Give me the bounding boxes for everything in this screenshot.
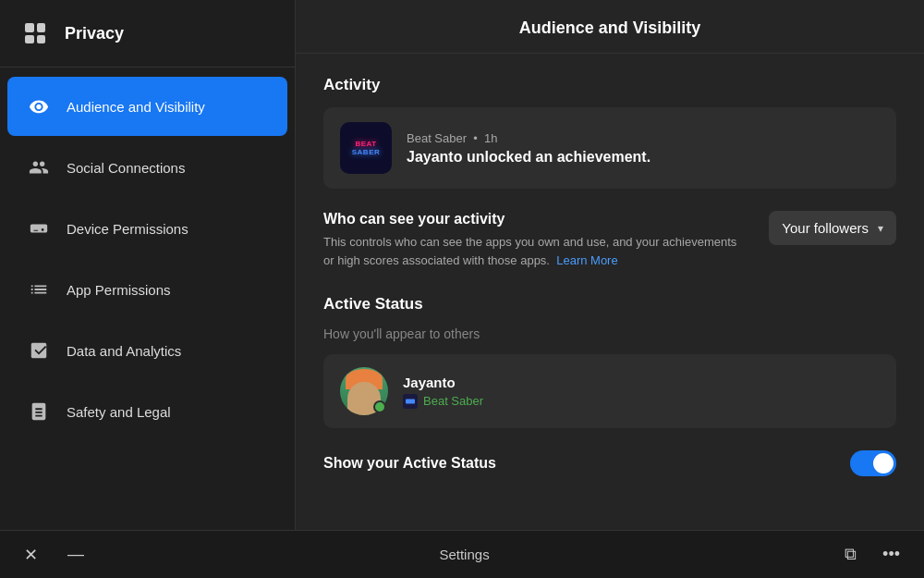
learn-more-link[interactable]: Learn More xyxy=(556,253,617,267)
online-indicator xyxy=(373,400,386,413)
taskbar: ✕ — Settings ⧉ ••• xyxy=(0,530,924,578)
activity-card: BEAT SABER Beat Saber • 1h Jayanto unloc… xyxy=(323,107,896,189)
visibility-text: Who can see your activity This controls … xyxy=(323,211,750,269)
sidebar-item-label-data: Data and Analytics xyxy=(67,343,181,359)
activity-info: Beat Saber • 1h Jayanto unlocked an achi… xyxy=(407,131,880,166)
sidebar-item-audience[interactable]: Audience and Visibility xyxy=(7,77,287,136)
visibility-section: Who can see your activity This controls … xyxy=(323,211,896,269)
close-button[interactable]: ✕ xyxy=(18,539,43,571)
sidebar-title: Privacy xyxy=(65,24,124,43)
sidebar-item-data[interactable]: Data and Analytics xyxy=(7,321,287,380)
content-body: Activity BEAT SABER Beat Saber • 1h Jaya… xyxy=(296,54,924,508)
visibility-description: This controls who can see the apps you o… xyxy=(323,233,750,269)
active-status-section: Active Status How you'll appear to other… xyxy=(323,295,896,428)
taskbar-center-label: Settings xyxy=(439,547,489,562)
more-button[interactable]: ••• xyxy=(877,539,906,570)
game-status-label: Beat Saber xyxy=(423,394,483,408)
sidebar-item-safety[interactable]: Safety and Legal xyxy=(7,382,287,441)
sidebar-nav: Audience and Visibility Social Connectio… xyxy=(0,68,295,530)
followers-dropdown[interactable]: Your followers ▾ xyxy=(769,211,896,245)
chart-icon xyxy=(26,338,52,363)
game-status-icon xyxy=(403,394,418,409)
avatar-wrap xyxy=(340,367,388,415)
sidebar: Privacy Audience and Visibility xyxy=(0,0,296,530)
sidebar-item-label-safety: Safety and Legal xyxy=(67,404,171,420)
taskbar-left: ✕ — xyxy=(18,539,90,571)
chevron-down-icon: ▾ xyxy=(878,222,883,235)
user-game-status: Beat Saber xyxy=(403,394,880,409)
main-content: Audience and Visibility Activity BEAT SA… xyxy=(296,0,924,530)
visibility-heading: Who can see your activity xyxy=(323,211,750,228)
page-title: Audience and Visibility xyxy=(323,18,896,38)
active-status-title: Active Status xyxy=(323,295,896,314)
user-name: Jayanto xyxy=(403,375,880,390)
people-icon xyxy=(26,154,52,180)
beat-saber-game-icon: BEAT SABER xyxy=(340,122,392,174)
book-icon xyxy=(26,399,52,424)
visibility-row: Who can see your activity This controls … xyxy=(323,211,896,269)
main-header: Audience and Visibility xyxy=(296,0,924,54)
sidebar-item-label-social: Social Connections xyxy=(67,160,185,176)
minimize-button[interactable]: — xyxy=(62,539,90,570)
status-subtitle: How you'll appear to others xyxy=(323,326,896,341)
window-button[interactable]: ⧉ xyxy=(839,539,862,570)
followers-dropdown-value: Your followers xyxy=(782,220,869,236)
user-info: Jayanto Beat Saber xyxy=(403,375,880,409)
taskbar-right: ⧉ ••• xyxy=(839,539,906,570)
sidebar-item-label-app: App Permissions xyxy=(67,282,171,298)
activity-description: Jayanto unlocked an achievement. xyxy=(407,149,880,166)
sidebar-item-social[interactable]: Social Connections xyxy=(7,138,287,197)
sidebar-header: Privacy xyxy=(0,0,295,68)
activity-section-title: Activity xyxy=(323,76,896,94)
user-card: Jayanto Beat Saber xyxy=(323,354,896,428)
device-icon xyxy=(26,215,52,241)
activity-app-name: Beat Saber • 1h xyxy=(407,131,880,145)
toggle-label: Show your Active Status xyxy=(323,455,496,472)
sidebar-item-app[interactable]: App Permissions xyxy=(7,260,287,319)
eye-icon xyxy=(26,93,52,119)
active-status-toggle[interactable] xyxy=(850,450,896,476)
sidebar-item-label-audience: Audience and Visibility xyxy=(67,99,205,115)
sidebar-item-device[interactable]: Device Permissions xyxy=(7,199,287,258)
sidebar-item-label-device: Device Permissions xyxy=(67,221,188,237)
list-icon xyxy=(26,277,52,302)
show-active-status-row: Show your Active Status xyxy=(323,450,896,486)
grid-icon xyxy=(18,17,52,50)
